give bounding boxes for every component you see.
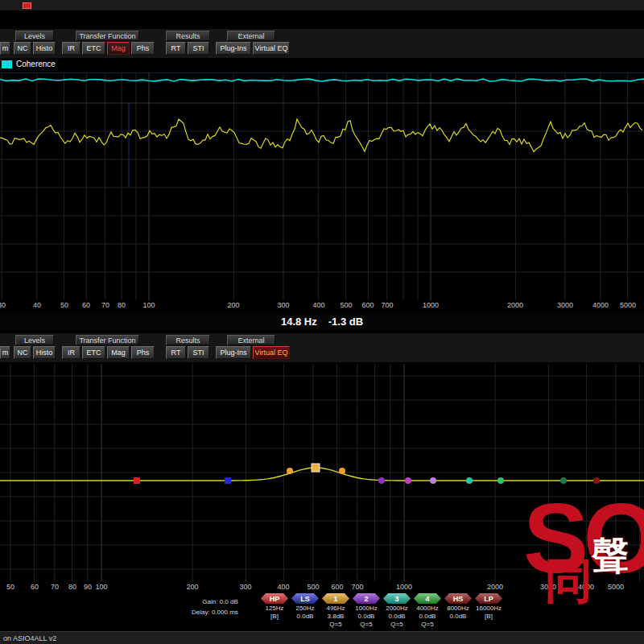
freq-tick-2000: 2000 xyxy=(487,583,503,591)
freq-tick-400: 400 xyxy=(312,301,324,309)
freq-tick-600: 600 xyxy=(361,301,374,309)
toolbar-top-group-transfer-function: Transfer Function xyxy=(76,31,139,41)
freq-tick-500: 500 xyxy=(307,583,319,591)
eq-band-button-1[interactable]: 1 xyxy=(322,593,349,604)
toolbar-bottom-button-ir[interactable]: IR xyxy=(62,346,80,359)
toolbar-top-button-sti[interactable]: STI xyxy=(188,42,209,55)
eq-band-2-line1: 1000Hz xyxy=(355,605,378,613)
magnitude-trace xyxy=(0,119,642,152)
eq-marker-7[interactable] xyxy=(430,477,436,484)
eq-band-1-line2: 3.8dB xyxy=(328,613,345,621)
toolbar-top-button-virtual-eq[interactable]: Virtual EQ xyxy=(253,42,290,55)
eq-band-button-3[interactable]: 3 xyxy=(383,593,411,604)
toolbar-top-button-histo[interactable]: Histo xyxy=(33,42,56,55)
freq-tick-200: 200 xyxy=(186,583,198,591)
eq-marker-1[interactable] xyxy=(225,477,231,484)
eq-band-hs-line2: 0.0dB xyxy=(450,613,467,621)
eq-marker-8[interactable] xyxy=(466,477,473,484)
eq-band-hp-line1: 125Hz xyxy=(265,605,283,613)
toolbar-top-button-nc[interactable]: NC xyxy=(14,42,31,55)
status-text: on ASIO4ALL v2 xyxy=(3,634,56,642)
toolbar-bottom-button-plug-ins[interactable]: Plug-Ins xyxy=(216,346,251,359)
eq-marker-2[interactable] xyxy=(287,468,293,474)
freq-tick-5000: 5000 xyxy=(620,301,636,309)
toolbar-top-button-mag[interactable]: Mag xyxy=(107,42,130,55)
freq-tick-300: 300 xyxy=(239,583,251,591)
transfer-function-graph[interactable] xyxy=(0,72,644,299)
gain-delay-readout: Gain: 0.0 dB Delay: 0.000 ms xyxy=(192,597,238,618)
eq-band-2-line2: 0.0dB xyxy=(358,613,375,621)
freq-tick-30: 30 xyxy=(0,301,6,309)
eq-band-ls: LS250Hz0.0dB xyxy=(290,593,320,629)
freq-tick-200: 200 xyxy=(227,301,239,309)
toolbar-bottom-edge-button[interactable]: m xyxy=(0,346,10,359)
eq-band-3-line3: Q=5 xyxy=(390,621,402,629)
freq-tick-3000: 3000 xyxy=(557,301,573,309)
coherence-trace xyxy=(0,79,644,81)
titlebar-red-button[interactable] xyxy=(23,2,31,9)
toolbar-bottom-button-rt[interactable]: RT xyxy=(166,346,186,359)
toolbar-top-button-rt[interactable]: RT xyxy=(166,42,186,55)
gain-label: Gain: 0.0 dB xyxy=(192,597,238,608)
eq-marker-6[interactable] xyxy=(405,477,411,484)
eq-band-button-ls[interactable]: LS xyxy=(291,593,319,604)
virtual-eq-graph[interactable] xyxy=(0,364,644,581)
toolbar-top-button-plug-ins[interactable]: Plug-Ins xyxy=(216,42,251,55)
toolbar-bottom-button-virtual-eq[interactable]: Virtual EQ xyxy=(253,346,290,359)
freq-tick-100: 100 xyxy=(142,301,155,309)
freq-tick-5000: 5000 xyxy=(608,583,624,591)
toolbar-top-edge-button[interactable]: m xyxy=(0,42,10,55)
toolbar-top-group-external: External xyxy=(227,31,275,41)
freq-tick-2000: 2000 xyxy=(507,301,523,309)
eq-band-button-2[interactable]: 2 xyxy=(353,593,380,604)
toolbar-bottom-button-sti[interactable]: STI xyxy=(188,346,209,359)
eq-band-lp-line2: [B] xyxy=(485,613,493,621)
eq-marker-4[interactable] xyxy=(339,468,345,474)
toolbar-bottom-group-levels: Levels xyxy=(15,335,54,345)
eq-marker-11[interactable] xyxy=(593,477,600,484)
toolbar-top-button-phs[interactable]: Phs xyxy=(131,42,155,55)
eq-band-button-hs[interactable]: HS xyxy=(444,593,472,604)
freq-tick-40: 40 xyxy=(33,301,41,309)
toolbar-bottom-button-nc[interactable]: NC xyxy=(14,346,31,359)
eq-marker-10[interactable] xyxy=(560,477,567,484)
frequency-axis-top: 3040506070801002003004005006007001000200… xyxy=(0,301,644,311)
eq-band-2-line3: Q=5 xyxy=(360,621,372,629)
freq-tick-400: 400 xyxy=(277,583,289,591)
freq-tick-50: 50 xyxy=(6,583,14,591)
toolbar-bottom-button-mag[interactable]: Mag xyxy=(107,346,130,359)
freq-tick-1000: 1000 xyxy=(423,301,439,309)
toolbar-bottom-group-results: Results xyxy=(166,335,210,345)
transfer-function-plot[interactable] xyxy=(0,73,644,300)
toolbar-bottom-button-phs[interactable]: Phs xyxy=(131,346,155,359)
eq-marker-3[interactable] xyxy=(312,464,320,472)
toolbar-bottom-button-histo[interactable]: Histo xyxy=(33,346,56,359)
toolbar-top-button-ir[interactable]: IR xyxy=(62,42,80,55)
freq-tick-700: 700 xyxy=(381,301,393,309)
eq-controls-bar: Gain: 0.0 dB Delay: 0.000 ms HP125Hz[B]L… xyxy=(0,592,644,631)
freq-tick-60: 60 xyxy=(82,301,90,309)
freq-tick-4000: 4000 xyxy=(592,301,609,309)
frequency-axis-bottom: 5060708090100200300400500600700100020003… xyxy=(0,583,644,592)
eq-band-button-lp[interactable]: LP xyxy=(475,593,502,604)
virtual-eq-plot[interactable] xyxy=(0,364,644,581)
eq-marker-9[interactable] xyxy=(497,477,504,484)
eq-band-hp-line2: [B] xyxy=(270,613,279,621)
freq-tick-4000: 4000 xyxy=(578,583,594,591)
toolbar-bottom-group-transfer-function: Transfer Function xyxy=(76,335,139,345)
toolbar-top-button-etc[interactable]: ETC xyxy=(82,42,105,55)
titlebar xyxy=(0,0,644,11)
delay-label: Delay: 0.000 ms xyxy=(192,608,238,618)
eq-band-hs: HS8000Hz0.0dB xyxy=(443,593,473,629)
eq-band-button-4[interactable]: 4 xyxy=(414,593,441,604)
status-bar: on ASIO4ALL v2 xyxy=(0,631,644,644)
cursor-readout: 14.8 Hz -1.3 dB xyxy=(0,312,644,330)
eq-marker-0[interactable] xyxy=(134,477,140,484)
toolbar-bottom-button-etc[interactable]: ETC xyxy=(82,346,105,359)
coherence-swatch xyxy=(2,60,12,68)
freq-tick-60: 60 xyxy=(31,583,39,591)
eq-marker-5[interactable] xyxy=(378,477,385,484)
coherence-label: Coherence xyxy=(16,60,56,68)
freq-tick-3000: 3000 xyxy=(540,583,556,591)
eq-band-button-hp[interactable]: HP xyxy=(261,593,288,604)
